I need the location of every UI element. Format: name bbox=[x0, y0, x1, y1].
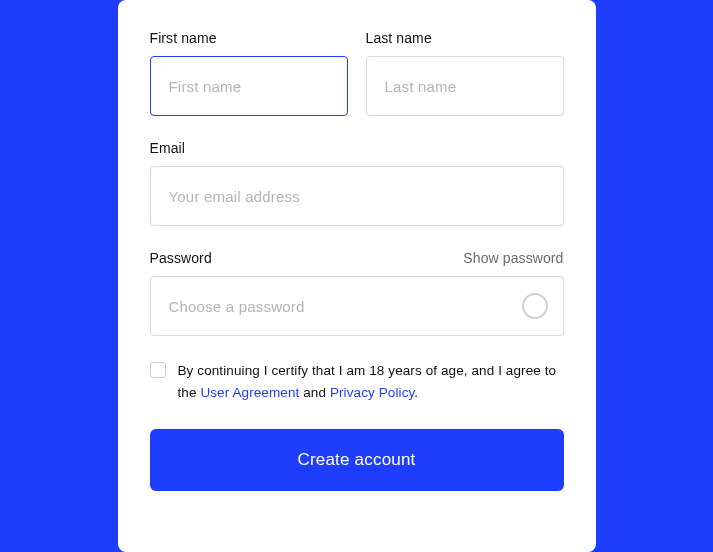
consent-suffix: . bbox=[414, 385, 418, 400]
email-field: Email bbox=[150, 140, 564, 226]
email-label: Email bbox=[150, 140, 564, 156]
password-label-row: Password Show password bbox=[150, 250, 564, 266]
name-row: First name Last name bbox=[150, 30, 564, 140]
consent-row: By continuing I certify that I am 18 yea… bbox=[150, 360, 564, 403]
signup-card: First name Last name Email Password Show… bbox=[118, 0, 596, 552]
last-name-label: Last name bbox=[366, 30, 564, 46]
last-name-input[interactable] bbox=[366, 56, 564, 116]
consent-checkbox[interactable] bbox=[150, 362, 166, 378]
email-input[interactable] bbox=[150, 166, 564, 226]
first-name-label: First name bbox=[150, 30, 348, 46]
password-label: Password bbox=[150, 250, 212, 266]
last-name-field: Last name bbox=[366, 30, 564, 116]
password-input[interactable] bbox=[150, 276, 564, 336]
create-account-button[interactable]: Create account bbox=[150, 429, 564, 491]
privacy-policy-link[interactable]: Privacy Policy bbox=[330, 385, 414, 400]
show-password-toggle[interactable]: Show password bbox=[463, 250, 563, 266]
first-name-field: First name bbox=[150, 30, 348, 116]
first-name-input[interactable] bbox=[150, 56, 348, 116]
password-input-wrap bbox=[150, 276, 564, 336]
password-strength-icon bbox=[522, 293, 548, 319]
user-agreement-link[interactable]: User Agreement bbox=[200, 385, 299, 400]
password-field: Password Show password bbox=[150, 250, 564, 336]
consent-and: and bbox=[299, 385, 330, 400]
consent-text: By continuing I certify that I am 18 yea… bbox=[178, 360, 564, 403]
